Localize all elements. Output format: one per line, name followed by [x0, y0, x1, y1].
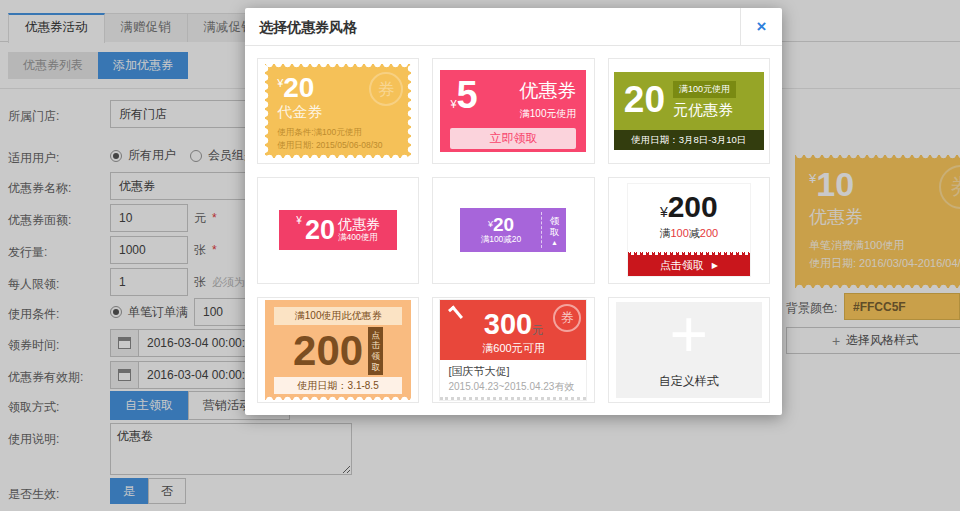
coupon-amount: 300 — [484, 308, 532, 340]
coupon-title: 优惠券 — [338, 217, 380, 232]
coupon-amount: 20 — [493, 214, 514, 235]
coupon-style-card-green[interactable]: 20 满100元使用 元优惠券 使用日期：3月8日-3月10日 — [608, 58, 770, 164]
coupon-condition: 满600元可用 — [440, 341, 586, 356]
click-claim-badge: 点击领取 — [368, 327, 383, 376]
coupon-stamp-icon: 券 — [369, 72, 403, 106]
coupon-style-card-custom[interactable]: + 自定义样式 — [608, 297, 770, 403]
claim-now-button: 立即领取 — [450, 128, 576, 149]
coupon-style-card-rose[interactable]: ¥ 20 优惠券 满400使用 — [257, 177, 419, 283]
coupon-title: 优惠券 — [519, 78, 576, 104]
triangle-up-icon: ▲ — [551, 239, 558, 246]
custom-style-label: 自定义样式 — [659, 373, 719, 390]
pen-check-icon — [448, 305, 463, 321]
coupon-currency: ¥ — [660, 204, 668, 220]
coupon-condition-badge: 满100元使用 — [673, 81, 736, 98]
claim-label: 领取 — [549, 215, 560, 238]
coupon-amount: 20 — [283, 72, 314, 103]
close-icon[interactable]: × — [740, 8, 782, 46]
modal-title: 选择优惠券风格 — [259, 8, 357, 46]
cond-text: 满 — [659, 227, 670, 239]
coupon-name: 代金券 — [277, 103, 399, 122]
coupon-title: 元优惠券 — [673, 101, 736, 120]
coupon-style-card-white-red[interactable]: ¥200 满100减200 点击领取 ▶ — [608, 177, 770, 283]
coupon-amount: 200 — [668, 190, 718, 223]
coupon-tag: [国庆节大促] — [448, 364, 578, 379]
cond-num: 100 — [670, 227, 688, 239]
coupon-date: 使用日期：3月8日-3月10日 — [614, 130, 764, 150]
coupon-amount: 200 — [293, 330, 363, 372]
coupon-style-card-pink[interactable]: ¥5 优惠券 满100元使用 立即领取 — [432, 58, 594, 164]
triangle-right-icon: ▶ — [712, 261, 718, 270]
coupon-condition: 满400使用 — [338, 232, 380, 244]
coupon-validity: 2015.04.23~2015.04.23有效 — [448, 380, 578, 394]
coupon-condition: 满100元使用 — [519, 107, 576, 121]
coupon-currency: ¥ — [296, 215, 302, 226]
coupon-date: 使用日期: 2015/05/06-08/30 — [277, 139, 399, 152]
coupon-style-grid: ¥20 代金券 使用条件:满100元使用 使用日期: 2015/05/06-08… — [245, 46, 782, 415]
coupon-amount: 20 — [624, 81, 665, 118]
coupon-stamp-icon: 券 — [553, 304, 581, 332]
coupon-style-card-gold[interactable]: ¥20 代金券 使用条件:满100元使用 使用日期: 2015/05/06-08… — [257, 58, 419, 164]
cond-num: 200 — [700, 227, 718, 239]
coupon-amount: 20 — [305, 217, 335, 244]
coupon-condition: 满100使用此优惠券 — [274, 307, 402, 325]
coupon-date: 使用日期：3.1-8.5 — [274, 377, 402, 394]
coupon-condition: 使用条件:满100元使用 — [277, 126, 399, 139]
coupon-style-card-purple[interactable]: ¥20 满100减20 领取 ▲ — [432, 177, 594, 283]
coupon-style-card-orange[interactable]: 满100使用此优惠券 200 点击领取 使用日期：3.1-8.5 — [257, 297, 419, 403]
plus-icon: + — [616, 298, 762, 371]
cond-text: 减 — [689, 227, 700, 239]
coupon-style-card-red300[interactable]: 券 300元 满600元可用 [国庆节大促] 2015.04.23~2015.0… — [432, 297, 594, 403]
click-claim-label: 点击领取 — [660, 258, 704, 273]
coupon-condition: 满100减20 — [481, 234, 522, 246]
coupon-unit: 元 — [532, 324, 543, 336]
coupon-style-modal: 选择优惠券风格 × ¥20 代金券 使用条件:满100元使用 使用日期: 201… — [245, 8, 782, 415]
screen: 优惠券活动 满赠促销 满减促销 优惠券列表 添加优惠券 所属门店: 所有门店 ▾… — [0, 0, 960, 511]
coupon-amount: 5 — [457, 74, 478, 116]
modal-header: 选择优惠券风格 × — [245, 8, 782, 46]
